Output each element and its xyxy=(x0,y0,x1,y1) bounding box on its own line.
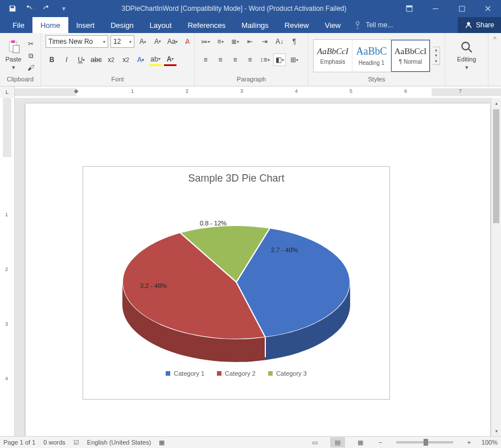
tab-view[interactable]: View xyxy=(317,17,348,33)
style-name: ¶ Normal xyxy=(399,59,422,65)
tell-me-search[interactable]: Tell me... xyxy=(348,17,399,33)
scroll-thumb[interactable] xyxy=(493,109,499,223)
bullets-icon[interactable]: ≔▾ xyxy=(199,35,212,48)
underline-icon[interactable]: U▾ xyxy=(75,54,88,66)
shrink-font-icon[interactable]: A▾ xyxy=(151,35,164,48)
tab-design[interactable]: Design xyxy=(102,17,141,33)
highlight-icon[interactable]: ab▾ xyxy=(149,54,162,66)
save-icon[interactable] xyxy=(5,1,20,17)
window-title: 3DPieChartInWord [Compatibility Mode] - … xyxy=(72,5,396,13)
page[interactable]: Sample 3D Pie Chart xyxy=(26,104,490,436)
copy-icon[interactable]: ⧉ xyxy=(26,51,36,61)
maximize-icon[interactable] xyxy=(449,0,475,17)
tab-insert[interactable]: Insert xyxy=(68,17,103,33)
svg-rect-8 xyxy=(13,46,19,53)
paste-button[interactable]: Paste ▾ xyxy=(5,40,22,71)
status-language[interactable]: English (United States) xyxy=(87,439,151,446)
collapse-ribbon-icon[interactable]: ^ xyxy=(488,33,501,86)
sort-icon[interactable]: A↓ xyxy=(273,35,286,48)
styles-gallery[interactable]: AaBbCcI Emphasis AaBbC Heading 1 AaBbCcI… xyxy=(313,39,430,72)
status-words[interactable]: 0 words xyxy=(43,439,65,446)
svg-rect-7 xyxy=(11,40,15,43)
grow-font-icon[interactable]: A▴ xyxy=(137,35,149,48)
borders-icon[interactable]: ⊞▾ xyxy=(288,54,301,66)
chart-plot-area: 2.7 - 40% 3.2 - 48% 0.8 - 12% xyxy=(83,184,389,367)
status-macro-icon[interactable]: ▦ xyxy=(159,439,165,446)
zoom-in-icon[interactable]: + xyxy=(465,439,474,446)
undo-icon[interactable]: ▾ xyxy=(22,1,38,17)
svg-point-9 xyxy=(462,42,469,50)
share-button[interactable]: Share xyxy=(458,17,501,33)
italic-icon[interactable]: I xyxy=(60,54,73,66)
vertical-scrollbar[interactable]: ▴ ▾ xyxy=(491,98,501,436)
zoom-slider[interactable] xyxy=(396,441,453,443)
editing-label: Editing xyxy=(457,56,477,63)
numbering-icon[interactable]: ≡▾ xyxy=(214,35,227,48)
align-right-icon[interactable]: ≡ xyxy=(229,54,241,66)
minimize-icon[interactable] xyxy=(422,0,449,17)
font-color-icon[interactable]: A▾ xyxy=(164,54,176,66)
zoom-thumb[interactable] xyxy=(424,439,428,446)
svg-point-4 xyxy=(356,22,359,24)
tab-mailings[interactable]: Mailings xyxy=(233,17,277,33)
svg-rect-2 xyxy=(433,9,438,9)
tab-home[interactable]: Home xyxy=(32,17,68,33)
multilevel-list-icon[interactable]: ≣▾ xyxy=(229,35,241,48)
styles-group-label: Styles xyxy=(309,76,445,86)
show-marks-icon[interactable]: ¶ xyxy=(288,35,301,48)
qat-customize-icon[interactable]: ▾ xyxy=(56,1,72,17)
status-page[interactable]: Page 1 of 1 xyxy=(3,439,35,446)
ribbon: Paste ▾ ✂ ⧉ 🖌 Clipboard Times New Ro▾ 12… xyxy=(0,33,501,87)
ribbon-display-icon[interactable] xyxy=(396,0,422,17)
change-case-icon[interactable]: Aa▾ xyxy=(166,35,179,48)
justify-icon[interactable]: ≡ xyxy=(244,54,256,66)
vertical-ruler[interactable]: 1 2 3 4 xyxy=(0,98,15,436)
text-effects-icon[interactable]: A▾ xyxy=(134,54,147,66)
increase-indent-icon[interactable]: ⇥ xyxy=(258,35,271,48)
strikethrough-icon[interactable]: abc xyxy=(90,54,102,66)
cut-icon[interactable]: ✂ xyxy=(26,39,36,49)
align-left-icon[interactable]: ≡ xyxy=(199,54,212,66)
font-group-label: Font xyxy=(41,76,194,86)
close-icon[interactable] xyxy=(475,0,501,17)
chart-object[interactable]: Sample 3D Pie Chart xyxy=(83,166,390,400)
tab-layout[interactable]: Layout xyxy=(142,17,180,33)
styles-gallery-scroll[interactable]: ▴▾▾ xyxy=(433,47,440,65)
status-proofing-icon[interactable]: ☑ xyxy=(73,439,79,446)
redo-icon[interactable] xyxy=(39,1,55,17)
scroll-up-icon[interactable]: ▴ xyxy=(491,98,501,108)
web-layout-icon[interactable]: ▦ xyxy=(353,437,368,447)
group-editing: Editing ▾ xyxy=(445,33,488,86)
read-mode-icon[interactable]: ▭ xyxy=(307,437,322,447)
shading-icon[interactable]: ◧▾ xyxy=(273,54,286,66)
tab-file[interactable]: File xyxy=(5,17,32,33)
bold-icon[interactable]: B xyxy=(46,54,58,66)
legend-label: Category 1 xyxy=(174,370,204,377)
clipboard-group-label: Clipboard xyxy=(0,76,40,86)
style-emphasis[interactable]: AaBbCcI Emphasis xyxy=(314,40,352,72)
print-layout-icon[interactable]: ▤ xyxy=(330,437,345,447)
decrease-indent-icon[interactable]: ⇤ xyxy=(244,35,256,48)
zoom-level[interactable]: 100% xyxy=(482,439,498,446)
tab-review[interactable]: Review xyxy=(277,17,317,33)
tab-selector[interactable]: L xyxy=(0,87,15,98)
font-size-combo[interactable]: 12▾ xyxy=(110,35,134,48)
font-name-combo[interactable]: Times New Ro▾ xyxy=(46,35,108,48)
clear-formatting-icon[interactable]: A̷ xyxy=(181,35,194,48)
editing-button[interactable]: Editing ▾ xyxy=(453,40,481,71)
horizontal-ruler[interactable]: ◆ 1 2 3 4 5 6 7 xyxy=(15,87,501,98)
line-spacing-icon[interactable]: ↕≡▾ xyxy=(258,54,271,66)
document-area[interactable]: Sample 3D Pie Chart xyxy=(15,98,501,436)
window-controls xyxy=(396,0,501,17)
align-center-icon[interactable]: ≡ xyxy=(214,54,227,66)
style-normal[interactable]: AaBbCcI ¶ Normal xyxy=(391,40,430,72)
share-label: Share xyxy=(476,21,494,29)
style-heading1[interactable]: AaBbC Heading 1 xyxy=(352,40,391,72)
format-painter-icon[interactable]: 🖌 xyxy=(26,63,36,73)
tab-references[interactable]: References xyxy=(180,17,233,33)
zoom-out-icon[interactable]: − xyxy=(376,439,385,446)
subscript-icon[interactable]: x2 xyxy=(105,54,117,66)
quick-access-toolbar: ▾ ▾ xyxy=(0,1,72,17)
scroll-down-icon[interactable]: ▾ xyxy=(491,426,501,436)
superscript-icon[interactable]: x2 xyxy=(120,54,132,66)
